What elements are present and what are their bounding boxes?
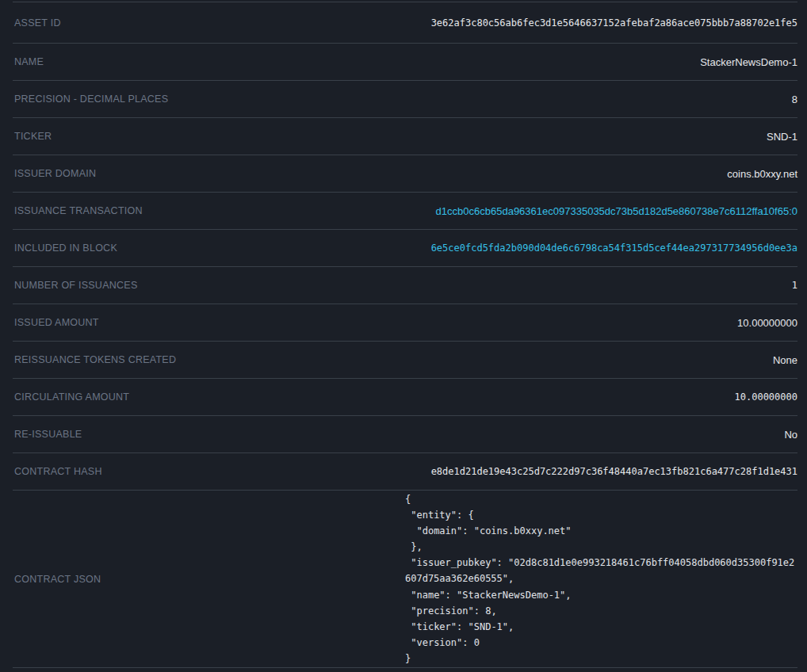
row-issuance-transaction: ISSUANCE TRANSACTION d1ccb0c6cb65da96361… [13,193,797,230]
asset-details-table: ASSET ID 3e62af3c80c56ab6fec3d1e56466371… [13,2,797,668]
name-label: NAME [14,56,44,67]
reissuance-tokens-value: None [773,354,797,366]
circulating-amount-label: CIRCULATING AMOUNT [14,391,129,403]
row-issued-amount: ISSUED AMOUNT 10.00000000 [13,304,797,342]
precision-value: 8 [792,94,797,105]
contract-hash-label: CONTRACT HASH [14,466,102,477]
contract-json-value: { "entity": { "domain": "coins.b0xxy.net… [405,491,797,666]
issuer-domain-value: coins.b0xxy.net [727,168,797,180]
issued-amount-label: ISSUED AMOUNT [14,317,99,328]
row-asset-id: ASSET ID 3e62af3c80c56ab6fec3d1e56466371… [13,2,797,44]
row-name: NAME StackerNewsDemo-1 [13,44,797,81]
issuance-transaction-link[interactable]: d1ccb0c6cb65da96361ec097335035dc73b5d182… [436,205,797,217]
row-issuer-domain: ISSUER DOMAIN coins.b0xxy.net [13,155,797,193]
row-circulating-amount: CIRCULATING AMOUNT 10.00000000 [13,379,797,416]
row-reissuable: RE-ISSUABLE No [13,416,797,453]
row-ticker: TICKER SND-1 [13,118,797,155]
precision-label: PRECISION - DECIMAL PLACES [14,94,168,105]
issued-amount-value: 10.00000000 [737,317,797,329]
contract-hash-value: e8de1d21de19e43c25d7c222d97c36f48440a7ec… [431,466,797,477]
row-number-of-issuances: NUMBER OF ISSUANCES 1 [13,267,797,304]
reissuance-tokens-label: REISSUANCE TOKENS CREATED [14,354,176,365]
reissuable-value: No [784,429,797,441]
number-of-issuances-value: 1 [792,280,797,291]
number-of-issuances-label: NUMBER OF ISSUANCES [14,280,137,291]
asset-id-value: 3e62af3c80c56ab6fec3d1e5646637152afebaf2… [431,17,797,29]
reissuable-label: RE-ISSUABLE [14,429,82,440]
issuance-transaction-label: ISSUANCE TRANSACTION [14,205,143,216]
asset-id-label: ASSET ID [14,17,61,29]
ticker-value: SND-1 [767,131,797,143]
name-value: StackerNewsDemo-1 [700,56,797,68]
issuer-domain-label: ISSUER DOMAIN [14,168,96,179]
row-contract-hash: CONTRACT HASH e8de1d21de19e43c25d7c222d9… [13,453,797,491]
ticker-label: TICKER [14,131,52,142]
row-included-in-block: INCLUDED IN BLOCK 6e5ce0fcd5fda2b090d04d… [13,230,797,267]
row-reissuance-tokens: REISSUANCE TOKENS CREATED None [13,342,797,379]
circulating-amount-value: 10.00000000 [735,391,797,403]
included-in-block-label: INCLUDED IN BLOCK [14,242,117,254]
row-precision: PRECISION - DECIMAL PLACES 8 [13,81,797,118]
included-in-block-link[interactable]: 6e5ce0fcd5fda2b090d04de6c6798ca54f315d5c… [431,242,797,254]
contract-json-label: CONTRACT JSON [14,574,101,585]
row-contract-json: CONTRACT JSON { "entity": { "domain": "c… [13,491,797,668]
